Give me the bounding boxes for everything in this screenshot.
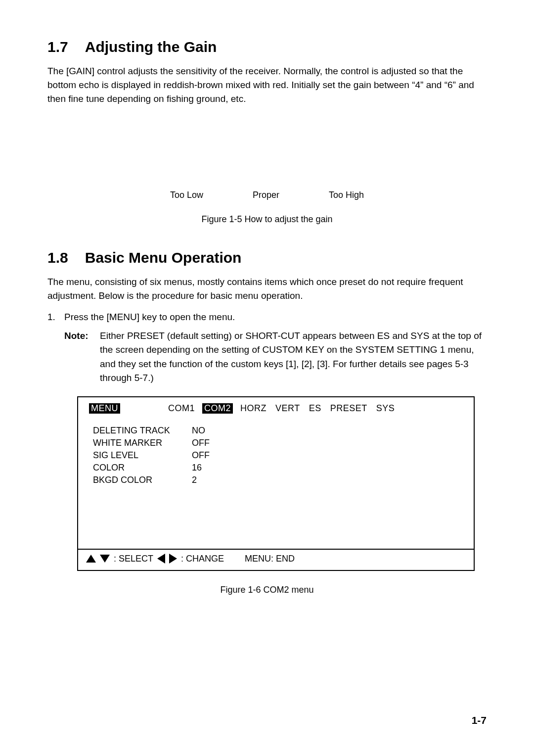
menu-screenshot: MENU COM1 COM2 HORZ VERT ES PRESET SYS D… (77, 396, 475, 571)
menu-tab-preset: PRESET (329, 403, 369, 414)
menu-row-val: 2 (192, 475, 231, 485)
step-1: 1. Press the [MENU] key to open the menu… (47, 310, 487, 324)
arrow-up-icon (86, 555, 96, 563)
menu-tab-es: ES (308, 403, 323, 414)
menu-tab-vert: VERT (274, 403, 302, 414)
menu-row-val: 16 (192, 463, 231, 473)
menu-row-key: SIG LEVEL (93, 450, 192, 461)
menu-tab-com2: COM2 (202, 403, 233, 414)
menu-row-val: OFF (192, 438, 231, 448)
footer-select: : SELECT (114, 554, 153, 564)
menu-tab-row: MENU COM1 COM2 HORZ VERT ES PRESET SYS (89, 403, 465, 414)
menu-row: SIG LEVEL OFF (93, 450, 465, 461)
menu-settings-list: DELETING TRACK NO WHITE MARKER OFF SIG L… (89, 425, 465, 542)
section-title: Adjusting the Gain (85, 39, 217, 55)
menu-row-key: WHITE MARKER (93, 438, 192, 448)
footer-end: MENU: END (245, 554, 295, 564)
menu-tab-com1: COM1 (167, 403, 196, 414)
page: 1.7 Adjusting the Gain The [GAIN] contro… (0, 0, 534, 756)
menu-tab-menu: MENU (89, 403, 120, 414)
menu-tab-horz: HORZ (239, 403, 268, 414)
note-text: Either PRESET (default setting) or SHORT… (100, 329, 487, 385)
section-1-8-paragraph: The menu, consisting of six menus, mostl… (47, 275, 487, 303)
section-1-7-paragraph: The [GAIN] control adjusts the sensitivi… (47, 64, 487, 106)
menu-row: DELETING TRACK NO (93, 425, 465, 436)
arrow-left-icon (157, 554, 165, 564)
section-1-8-heading: 1.8 Basic Menu Operation (47, 249, 487, 266)
step-number: 1. (47, 310, 64, 324)
menu-footer: : SELECT : CHANGE MENU: END (78, 550, 474, 570)
menu-row-key: COLOR (93, 463, 192, 473)
menu-row: COLOR 16 (93, 463, 465, 473)
section-1-7-heading: 1.7 Adjusting the Gain (47, 39, 487, 55)
note-label: Note: (64, 329, 100, 385)
figure-1-6-caption: Figure 1-6 COM2 menu (47, 585, 487, 595)
section-number: 1.8 (47, 249, 68, 266)
page-number: 1-7 (472, 714, 487, 726)
menu-row: WHITE MARKER OFF (93, 438, 465, 448)
section-number: 1.7 (47, 39, 68, 55)
gain-label-high: Too High (329, 190, 364, 200)
menu-row-val: NO (192, 425, 231, 436)
footer-change: : CHANGE (181, 554, 224, 564)
step-text: Press the [MENU] key to open the menu. (64, 310, 487, 324)
gain-label-proper: Proper (253, 190, 279, 200)
figure-1-5-caption: Figure 1-5 How to adjust the gain (47, 214, 487, 225)
step-1-note: Note: Either PRESET (default setting) or… (47, 329, 487, 385)
section-title: Basic Menu Operation (85, 249, 242, 266)
gain-label-low: Too Low (170, 190, 203, 200)
figure-1-5-labels: Too Low Proper Too High (47, 190, 487, 200)
menu-row: BKGD COLOR 2 (93, 475, 465, 485)
arrow-down-icon (100, 555, 110, 563)
menu-tab-sys: SYS (375, 403, 397, 414)
arrow-right-icon (169, 554, 177, 564)
menu-row-val: OFF (192, 450, 231, 461)
menu-row-key: BKGD COLOR (93, 475, 192, 485)
menu-top-panel: MENU COM1 COM2 HORZ VERT ES PRESET SYS D… (78, 397, 474, 550)
menu-row-key: DELETING TRACK (93, 425, 192, 436)
